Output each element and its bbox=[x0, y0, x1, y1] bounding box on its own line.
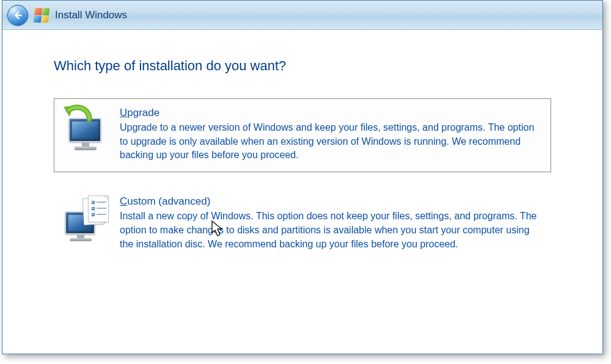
content-area: Which type of installation do you want? … bbox=[2, 30, 602, 354]
option-custom-description: Install a new copy of Windows. This opti… bbox=[120, 209, 541, 251]
page-heading: Which type of installation do you want? bbox=[54, 58, 551, 74]
upgrade-icon bbox=[64, 107, 106, 150]
back-arrow-icon bbox=[12, 10, 23, 21]
titlebar: Install Windows bbox=[2, 1, 602, 30]
windows-logo-icon bbox=[34, 8, 50, 23]
back-button[interactable] bbox=[7, 5, 28, 26]
option-upgrade-text: Upgrade Upgrade to a newer version of Wi… bbox=[120, 107, 541, 162]
option-custom-text: Custom (advanced) Install a new copy of … bbox=[120, 195, 541, 251]
option-upgrade-title: Upgrade bbox=[120, 107, 541, 119]
option-custom[interactable]: ✓ ✓ ✓ Custom (advanced) Install a new co… bbox=[54, 187, 551, 261]
install-windows-dialog: Install Windows Which type of installati… bbox=[2, 0, 603, 354]
option-custom-title: Custom (advanced) bbox=[120, 195, 541, 208]
option-upgrade-description: Upgrade to a newer version of Windows an… bbox=[120, 121, 541, 162]
custom-icon: ✓ ✓ ✓ bbox=[64, 195, 106, 238]
window-title: Install Windows bbox=[55, 9, 127, 21]
option-upgrade[interactable]: Upgrade Upgrade to a newer version of Wi… bbox=[54, 98, 551, 172]
